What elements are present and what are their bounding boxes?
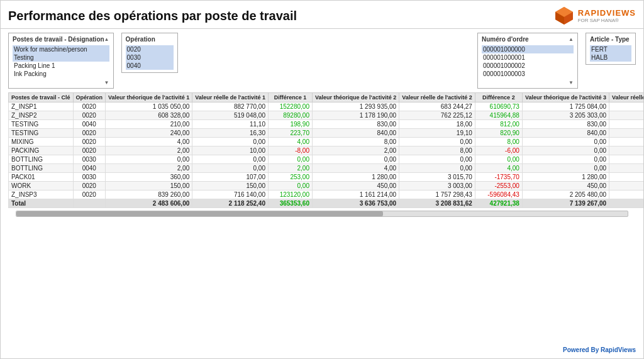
cell-vr2: 3 003,00: [399, 182, 475, 191]
cell-vr1: 0,00: [192, 164, 269, 173]
cell-vr1: 882 770,00: [192, 102, 269, 111]
workstation-filter-list[interactable]: Work for maschine/person Testing Packing…: [13, 45, 109, 78]
cell-vr1: 16,30: [192, 129, 269, 138]
cell-op: 0020: [73, 146, 106, 155]
cell-vr2: 0,00: [399, 155, 475, 164]
cell-vt2: 1 280,00: [312, 173, 399, 182]
cell-vr1: 107,00: [192, 173, 269, 182]
order-scroll-up[interactable]: ▲: [569, 36, 574, 42]
article-type-filter-list[interactable]: FERT HALB: [590, 45, 631, 62]
cell-op: 0020: [73, 191, 106, 199]
filter-item[interactable]: 0020: [126, 45, 174, 53]
header: Performance des opérations par poste de …: [1, 1, 643, 29]
cell-d1: 0,00: [268, 155, 312, 164]
filter-item[interactable]: HALB: [590, 53, 631, 62]
filter-item[interactable]: 0030: [126, 53, 174, 62]
filter-item[interactable]: Ink Packing: [13, 70, 109, 78]
table-row: Z_INSP3 0020 839 260,00 716 140,00 12312…: [9, 191, 644, 199]
cell-d1: 123120,00: [268, 191, 312, 199]
total-vt3: 7 139 267,00: [522, 199, 609, 208]
cell-op: 0020: [73, 102, 106, 111]
filter-item[interactable]: Testing: [13, 53, 109, 62]
col-header-op: Opération: [73, 93, 106, 102]
cell-op: 0030: [73, 173, 106, 182]
cell-d2: 610690,73: [475, 102, 522, 111]
cell-vt2: 830,00: [312, 120, 399, 129]
table-row: Z_INSP2 0020 608 328,00 519 048,00 89280…: [9, 111, 644, 120]
cell-vr1: 0,00: [192, 155, 269, 164]
table-row: PACKING 0020 2,00 10,00 -8,00 2,00 8,00 …: [9, 146, 644, 155]
table-body: Z_INSP1 0020 1 035 050,00 882 770,00 152…: [9, 102, 644, 208]
workstation-filter[interactable]: Postes de travail - Désignation ▲ Work f…: [8, 33, 114, 89]
filter-item[interactable]: 000001000001: [482, 53, 574, 62]
total-vt1: 2 483 606,00: [106, 199, 192, 208]
logo-brand: RAPIDVIEWS: [578, 8, 636, 18]
filter-item[interactable]: 0040: [126, 62, 174, 70]
filter-item[interactable]: Packing Line 1: [13, 62, 109, 70]
cell-vt2: 840,00: [312, 129, 399, 138]
cell-vr3: 0,00: [609, 155, 643, 164]
total-row: Total 2 483 606,00 2 118 252,40 365353,6…: [9, 199, 644, 208]
scrollbar-thumb[interactable]: [16, 211, 383, 216]
cell-vt3: 0,00: [522, 146, 609, 155]
cell-d2: 0,00: [475, 155, 522, 164]
filter-item[interactable]: 000001000003: [482, 70, 574, 78]
col-header-vt3: Valeur théorique de l'activité 3: [522, 93, 609, 102]
article-type-filter[interactable]: Article - Type FERT HALB: [586, 33, 636, 65]
total-label: Total: [9, 199, 74, 208]
table-row: TESTING 0020 240,00 16,30 223,70 840,00 …: [9, 129, 644, 138]
workstation-scroll-down[interactable]: ▼: [104, 80, 109, 86]
cell-vr3: 0,00: [609, 164, 643, 173]
cell-d2: -1735,70: [475, 173, 522, 182]
cell-vt1: 150,00: [106, 182, 192, 191]
cell-d1: 89280,00: [268, 111, 312, 120]
cell-key: PACKING: [9, 146, 74, 155]
cell-vt3: 2 205 480,00: [522, 191, 609, 199]
cell-vt3: 1 280,00: [522, 173, 609, 182]
performance-table: Postes de travail - Clé Opération Valeur…: [8, 92, 643, 208]
horizontal-scrollbar[interactable]: [8, 209, 636, 218]
workstation-scroll-up[interactable]: ▲: [104, 36, 109, 42]
scrollbar-track[interactable]: [16, 211, 628, 217]
cell-vt2: 1 293 935,00: [312, 102, 399, 111]
operation-filter-label: Opération: [126, 36, 174, 43]
cell-vr1: 519 048,00: [192, 111, 269, 120]
cell-vr2: 8,00: [399, 146, 475, 155]
cell-key: Z_INSP2: [9, 111, 74, 120]
table-row: Z_INSP1 0020 1 035 050,00 882 770,00 152…: [9, 102, 644, 111]
cell-vr3: 21,10: [609, 120, 643, 129]
cell-vt2: 1 161 214,00: [312, 191, 399, 199]
footer: Powered By RapidViews: [563, 346, 636, 353]
cell-d2: -596084,43: [475, 191, 522, 199]
cell-vt1: 1 035 050,00: [106, 102, 192, 111]
total-d1: 365353,60: [268, 199, 312, 208]
total-vt2: 3 636 753,00: [312, 199, 399, 208]
operation-filter[interactable]: Opération 0020 0030 0040: [121, 33, 178, 73]
cell-vt1: 210,00: [106, 120, 192, 129]
cell-vr2: 0,00: [399, 138, 475, 146]
cell-vt2: 0,00: [312, 155, 399, 164]
filter-item[interactable]: FERT: [590, 45, 631, 53]
cell-op: 0020: [73, 129, 106, 138]
order-filter-list[interactable]: 000001000000 000001000001 000001000002 0…: [482, 45, 574, 78]
cell-vr3: 87,50: [609, 129, 643, 138]
operation-filter-list[interactable]: 0020 0030 0040: [126, 45, 174, 70]
col-header-vt1: Valeur théorique de l'activité 1: [106, 93, 192, 102]
filter-item[interactable]: 000001000000: [482, 45, 574, 53]
filter-item[interactable]: Work for maschine/person: [13, 45, 109, 53]
logo-area: RAPIDVIEWS FOR SAP HANA®: [554, 6, 636, 26]
col-header-vr1: Valeur réelle de l'activité 1: [192, 93, 269, 102]
table-row: TESTING 0040 210,00 11,10 198,90 830,00 …: [9, 120, 644, 129]
cell-vt1: 608 328,00: [106, 111, 192, 120]
cell-vr3: 2 966 890,00: [609, 111, 643, 120]
col-header-vr3: Valeur réelle de l'activité 3: [609, 93, 643, 102]
rapidviews-logo-icon: [554, 6, 574, 26]
data-table-container[interactable]: Postes de travail - Clé Opération Valeur…: [1, 92, 643, 208]
cell-op: 0020: [73, 182, 106, 191]
order-number-filter[interactable]: Numéro d'ordre ▲ 000001000000 0000010000…: [477, 33, 578, 89]
order-scroll-down[interactable]: ▼: [569, 80, 574, 86]
cell-d1: 2,00: [268, 164, 312, 173]
cell-d2: -6,00: [475, 146, 522, 155]
filter-item[interactable]: 000001000002: [482, 62, 574, 70]
article-type-filter-label: Article - Type: [590, 36, 631, 43]
